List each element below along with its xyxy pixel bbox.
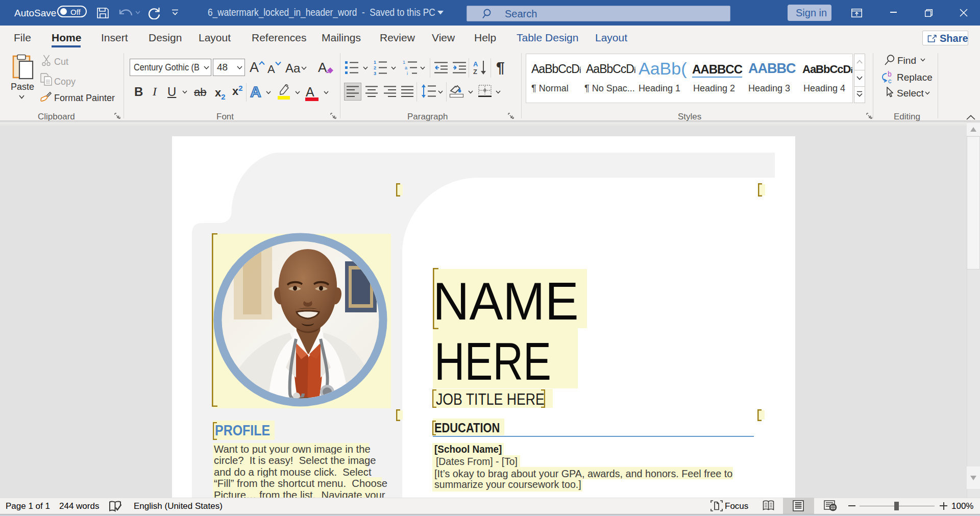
- svg-text:Z: Z: [473, 68, 477, 75]
- svg-text:3: 3: [374, 71, 376, 75]
- svg-text:1: 1: [403, 60, 405, 65]
- svg-text:i: i: [407, 71, 408, 75]
- svg-text:a: a: [405, 65, 407, 70]
- svg-text:1: 1: [374, 60, 376, 65]
- svg-text:A: A: [473, 60, 478, 68]
- svg-text:2: 2: [374, 65, 376, 70]
- svg-text:c: c: [888, 77, 892, 84]
